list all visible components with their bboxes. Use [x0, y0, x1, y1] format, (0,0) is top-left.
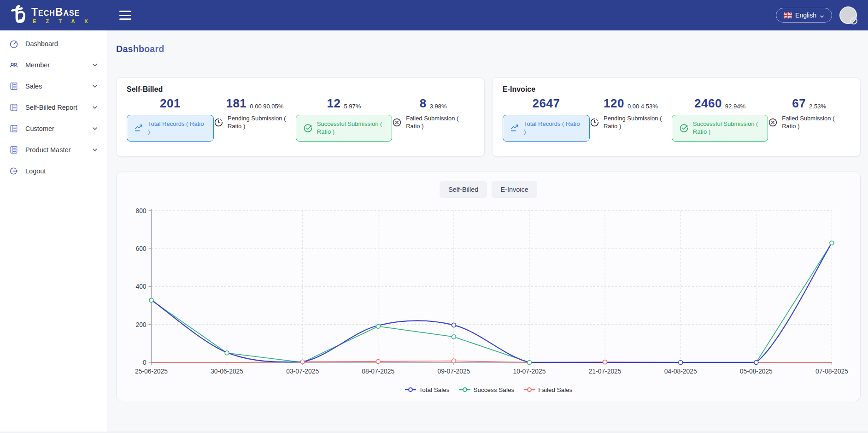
svg-text:400: 400 [135, 283, 146, 290]
svg-text:04-08-2025: 04-08-2025 [664, 368, 697, 375]
chevron-down-icon [92, 62, 98, 68]
stat-block: 2647 Total Records ( Ratio ) [503, 96, 590, 142]
sidebar-item-label: Logout [25, 167, 46, 175]
stat-value: 181 [226, 96, 246, 111]
svg-text:25-06-2025: 25-06-2025 [135, 368, 168, 375]
sidebar-item-sales[interactable]: Sales [0, 76, 107, 97]
chevron-down-icon [92, 105, 98, 110]
sidebar-item-label: Sales [25, 83, 42, 90]
brand-name: TechBase [31, 7, 92, 18]
stat-value: 12 [327, 96, 341, 111]
chart-legend: Total Sales Success Sales Failed Sales [123, 386, 854, 393]
stat-value: 2647 [533, 96, 560, 111]
stat-ratio: 2.53% [809, 103, 826, 110]
stat-card-e-invoice: E-Invoice 2647 Total Records ( Ratio ) 1… [492, 77, 861, 157]
document-icon [9, 145, 18, 154]
stat-block: 83.98% Failed Submission ( Ratio ) [392, 96, 474, 130]
brand-logo[interactable]: TechBase E Z T A X [0, 4, 107, 27]
sidebar-item-self-billed-report[interactable]: Self-Billed Report [0, 97, 107, 118]
stat-ratio: 0.00 90.05% [250, 103, 283, 110]
logout-icon [9, 166, 18, 176]
clock-icon [590, 118, 599, 127]
legend-marker-icon [459, 387, 471, 392]
stat-label-text: Pending Submission ( Ratio ) [604, 115, 672, 130]
language-label: English [795, 12, 816, 19]
uk-flag-icon [784, 12, 792, 18]
stat-label-badge[interactable]: Successful Submission ( Ratio ) [672, 115, 768, 142]
chart-toggle-e-invoice[interactable]: E-Invoice [492, 181, 537, 198]
stat-label-text: Failed Submission ( Ratio ) [782, 115, 850, 130]
clock-icon [214, 118, 223, 127]
stat-card-self-billed: Self-Billed 201 Total Records ( Ratio ) … [116, 77, 485, 157]
stat-label-badge[interactable]: Total Records ( Ratio ) [127, 115, 214, 142]
sidebar-item-label: Dashboard [25, 40, 58, 47]
document-icon [9, 82, 18, 91]
sidebar-item-product-master[interactable]: Product Master [0, 139, 107, 160]
chart-toggle-self-billed[interactable]: Self-Billed [440, 181, 487, 198]
hamburger-menu-icon[interactable] [119, 11, 131, 20]
sidebar: DashboardMemberSalesSelf-Billed ReportCu… [0, 30, 107, 432]
sidebar-item-dashboard[interactable]: Dashboard [0, 33, 107, 54]
stat-label-badge: Failed Submission ( Ratio ) [392, 115, 474, 130]
legend-marker-icon [523, 387, 535, 392]
sidebar-item-customer[interactable]: Customer [0, 118, 107, 139]
main-content: Dashboard Self-Billed 201 Total Records … [107, 30, 868, 432]
stat-value: 120 [604, 96, 624, 111]
svg-text:200: 200 [135, 321, 146, 328]
document-icon [9, 103, 18, 112]
stat-label-badge[interactable]: Successful Submission ( Ratio ) [296, 115, 392, 142]
chevron-down-icon [92, 126, 98, 131]
sidebar-item-label: Self-Billed Report [25, 104, 77, 111]
stat-value: 201 [160, 96, 181, 111]
stat-cards-row: Self-Billed 201 Total Records ( Ratio ) … [116, 77, 861, 157]
stat-label-text: Pending Submission ( Ratio ) [228, 115, 296, 130]
legend-marker-icon [405, 387, 416, 392]
stat-ratio: 5.97% [344, 103, 361, 110]
legend-label: Total Sales [419, 386, 450, 393]
chevron-down-icon [92, 83, 98, 89]
stat-block: 672.53% Failed Submission ( Ratio ) [768, 96, 850, 130]
stat-value: 8 [420, 96, 427, 111]
sidebar-item-logout[interactable]: Logout [0, 160, 107, 182]
svg-text:0: 0 [143, 359, 147, 366]
stat-ratio: 92.94% [725, 103, 745, 110]
svg-text:09-07-2025: 09-07-2025 [437, 368, 470, 375]
svg-text:05-08-2025: 05-08-2025 [740, 368, 773, 375]
stat-card-title: Self-Billed [127, 85, 474, 94]
brand-subname: E Z T A X [31, 19, 92, 24]
chevron-down-icon [92, 147, 98, 153]
top-navbar: TechBase E Z T A X English [0, 0, 868, 30]
chart-card: Self-BilledE-Invoice 020040060080025-06-… [116, 172, 861, 401]
legend-label: Failed Sales [538, 386, 572, 393]
brand-monogram-icon [9, 4, 28, 27]
document-icon [9, 124, 18, 133]
stat-label-badge: Failed Submission ( Ratio ) [768, 115, 850, 130]
legend-item-failed-sales[interactable]: Failed Sales [523, 386, 572, 393]
sidebar-item-label: Customer [25, 125, 54, 132]
stat-ratio: 3.98% [430, 103, 447, 110]
stat-card-title: E-Invoice [503, 85, 850, 94]
check-circle-icon [679, 123, 689, 133]
sidebar-item-label: Member [25, 61, 50, 69]
legend-item-success-sales[interactable]: Success Sales [459, 386, 515, 393]
svg-text:30-06-2025: 30-06-2025 [211, 368, 243, 375]
language-selector[interactable]: English [776, 8, 832, 23]
svg-text:21-07-2025: 21-07-2025 [589, 368, 622, 375]
stat-label-badge: Pending Submission ( Ratio ) [590, 115, 672, 130]
user-avatar[interactable] [839, 6, 857, 24]
stat-block: 125.97% Successful Submission ( Ratio ) [296, 96, 392, 142]
stat-label-text: Total Records ( Ratio ) [148, 120, 206, 136]
users-icon [9, 60, 18, 70]
svg-text:10-07-2025: 10-07-2025 [513, 368, 546, 375]
svg-text:07-08-2025: 07-08-2025 [815, 368, 848, 375]
svg-text:600: 600 [135, 245, 146, 252]
legend-item-total-sales[interactable]: Total Sales [405, 386, 450, 393]
svg-text:03-07-2025: 03-07-2025 [286, 368, 319, 375]
stat-label-text: Total Records ( Ratio ) [524, 120, 582, 136]
x-circle-icon [392, 118, 402, 127]
stat-ratio: 0.00 4.53% [628, 103, 658, 110]
sidebar-item-member[interactable]: Member [0, 54, 107, 76]
stat-label-badge[interactable]: Total Records ( Ratio ) [503, 115, 590, 142]
svg-text:08-07-2025: 08-07-2025 [362, 368, 394, 375]
x-circle-icon [768, 118, 778, 127]
